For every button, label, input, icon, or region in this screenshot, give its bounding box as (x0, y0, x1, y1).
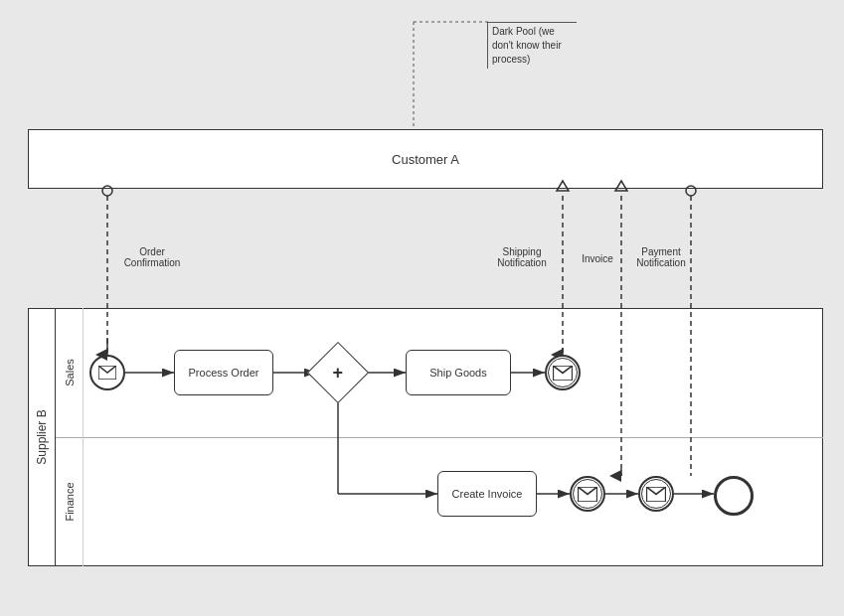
process-order-label: Process Order (189, 367, 259, 379)
finance-lane-text: Finance (64, 482, 76, 521)
lane-finance-label: Finance (56, 437, 84, 566)
start-event (89, 355, 125, 390)
svg-rect-30 (646, 487, 665, 502)
invoice-send-event (570, 476, 605, 512)
diagram-container: Dark Pool (we don't know their process) … (0, 0, 844, 616)
ship-goods-task[interactable]: Ship Goods (406, 350, 511, 395)
process-order-task[interactable]: Process Order (174, 350, 273, 395)
invoice-receive-event (638, 476, 674, 512)
sales-lane-divider (56, 437, 823, 438)
gateway-plus-icon: + (333, 362, 344, 383)
lane-sales-label: Sales (56, 308, 84, 437)
payment-notification-label: Payment Notification (626, 246, 696, 268)
create-invoice-task[interactable]: Create Invoice (437, 471, 537, 517)
finance-end-event (714, 476, 754, 516)
ship-goods-label: Ship Goods (429, 367, 486, 379)
svg-rect-28 (553, 366, 572, 381)
shipping-notification-label: Shipping Notification (487, 246, 557, 268)
sales-lane-text: Sales (64, 359, 76, 386)
supplier-pool-label: Supplier B (28, 308, 56, 566)
customer-pool: Customer A (28, 129, 823, 189)
create-invoice-label: Create Invoice (452, 488, 523, 500)
dark-pool-label: Dark Pool (we don't know their process) (487, 22, 577, 69)
shipping-end-event (545, 355, 581, 390)
invoice-label: Invoice (573, 253, 622, 264)
customer-pool-label: Customer A (392, 152, 459, 167)
supplier-pool-text: Supplier B (35, 409, 49, 464)
order-confirmation-label: Order Confirmation (117, 246, 187, 268)
svg-rect-29 (578, 487, 596, 502)
